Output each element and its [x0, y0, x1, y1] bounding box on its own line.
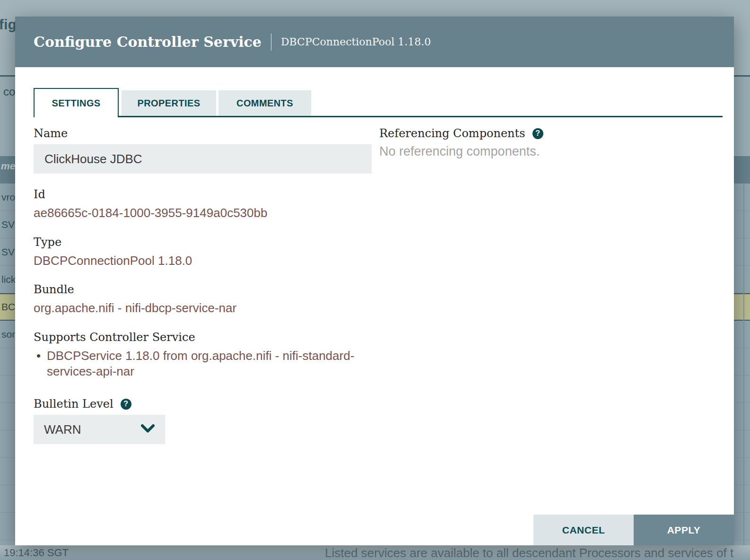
name-input[interactable] — [34, 144, 372, 174]
chevron-down-icon — [141, 424, 155, 435]
dialog-button-bar: CANCEL APPLY — [533, 515, 734, 545]
referencing-components-empty-text: No referencing components. — [379, 144, 710, 159]
apply-button[interactable]: APPLY — [634, 515, 734, 545]
supports-controller-service-label: Supports Controller Service — [34, 331, 372, 344]
help-icon[interactable]: ? — [121, 399, 131, 410]
supports-controller-service-item: DBCPService 1.18.0 from org.apache.nifi … — [34, 348, 372, 380]
background-table-gridline — [743, 184, 744, 545]
dialog-tab-bar: SETTINGS PROPERTIES COMMENTS — [34, 88, 723, 117]
referencing-components-section: Referencing Components ? No referencing … — [379, 127, 710, 159]
title-separator — [271, 34, 271, 51]
background-column-header-fragment: me — [1, 160, 15, 172]
configure-controller-service-dialog: Configure Controller Service DBCPConnect… — [15, 17, 734, 545]
supports-controller-service-list: DBCPService 1.18.0 from org.apache.nifi … — [34, 348, 372, 380]
settings-left-column: Name Id ae86665c-0184-1000-3955-9149a0c5… — [34, 127, 372, 444]
dialog-title: Configure Controller Service — [34, 34, 262, 50]
bundle-label: Bundle — [34, 283, 372, 296]
bundle-value: org.apache.nifi - nifi-dbcp-service-nar — [34, 300, 372, 316]
tab-properties[interactable]: PROPERTIES — [122, 90, 216, 116]
background-status-bar: 19:14:36 SGT Listed services are availab… — [0, 545, 750, 560]
tab-settings[interactable]: SETTINGS — [34, 88, 119, 117]
referencing-components-label: Referencing Components — [379, 127, 525, 140]
bulletin-level-value: WARN — [44, 422, 81, 437]
tab-underline — [34, 116, 723, 117]
id-label: Id — [34, 188, 372, 201]
dialog-header: Configure Controller Service DBCPConnect… — [15, 17, 734, 67]
cancel-button[interactable]: CANCEL — [533, 515, 634, 545]
help-icon[interactable]: ? — [532, 128, 543, 139]
type-label: Type — [34, 236, 372, 249]
bulletin-level-dropdown[interactable]: WARN — [34, 415, 165, 444]
referencing-components-label-row: Referencing Components ? — [379, 127, 710, 140]
dialog-subtitle: DBCPConnectionPool 1.18.0 — [281, 36, 431, 48]
bulletin-level-label: Bulletin Level — [34, 397, 113, 411]
name-label: Name — [34, 127, 372, 140]
bulletin-level-label-row: Bulletin Level ? — [34, 397, 372, 411]
status-clock: 19:14:36 SGT — [4, 547, 69, 559]
status-message: Listed services are available to all des… — [325, 546, 733, 560]
type-value: DBCPConnectionPool 1.18.0 — [34, 253, 372, 269]
id-value: ae86665c-0184-1000-3955-9149a0c530bb — [34, 205, 372, 221]
background-tab-fragment: co — [3, 85, 15, 98]
tab-comments[interactable]: COMMENTS — [218, 90, 311, 116]
background-heading-fragment: fig — [0, 17, 17, 33]
